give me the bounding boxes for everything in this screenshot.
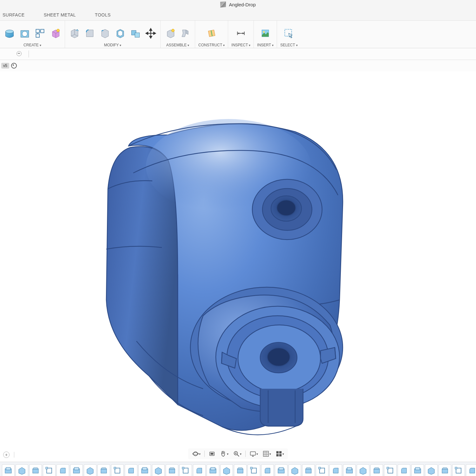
ribbon-create-label[interactable]: CREATE (23, 43, 41, 47)
svg-rect-76 (250, 467, 252, 469)
timeline-feature[interactable] (43, 464, 56, 476)
timeline-feature[interactable] (425, 464, 438, 476)
timeline-feature[interactable] (234, 464, 247, 476)
svg-point-36 (194, 452, 198, 456)
model-canvas[interactable] (0, 71, 476, 462)
construct-plane-icon[interactable] (205, 27, 218, 40)
svg-point-16 (172, 29, 175, 32)
svg-rect-69 (169, 469, 175, 473)
ribbon-select-group: SELECT (277, 21, 301, 48)
tab-sheet-metal[interactable]: SHEET METAL (44, 12, 76, 17)
timeline-add-button-area: + (3, 452, 17, 458)
timeline-feature[interactable] (343, 464, 356, 476)
timeline-feature[interactable] (29, 464, 42, 476)
nav-grid-icon[interactable]: ▾ (261, 450, 272, 458)
timeline-feature[interactable] (411, 464, 424, 476)
select-window-icon[interactable] (282, 27, 295, 40)
tab-surface[interactable]: SURFACE (3, 12, 25, 17)
svg-rect-91 (455, 467, 457, 469)
timeline-feature[interactable] (370, 464, 383, 476)
timeline-feature[interactable] (2, 464, 15, 476)
svg-point-1 (22, 31, 27, 36)
timeline-feature[interactable] (70, 464, 83, 476)
insert-decal-icon[interactable] (259, 27, 272, 40)
svg-rect-3 (41, 29, 44, 33)
workspace-tabs: SURFACE SHEET METAL TOOLS (0, 10, 476, 20)
browser-collapse[interactable] (1, 51, 26, 57)
tab-tools[interactable]: TOOLS (95, 12, 111, 17)
document-title: Angled-Drop (229, 2, 256, 7)
timeline-feature[interactable] (439, 464, 451, 476)
svg-rect-81 (319, 467, 321, 469)
timeline-feature[interactable] (275, 464, 288, 476)
nav-zoom-icon[interactable]: ▾ (232, 450, 243, 458)
viewport-3d[interactable]: + ▾ ▾ ▾ ▾ ▾ ▾ (0, 71, 476, 462)
svg-marker-13 (149, 36, 152, 38)
nav-orbit-icon[interactable]: ▾ (191, 450, 202, 458)
ribbon-insert-label[interactable]: INSERT (257, 43, 274, 47)
timeline-feature[interactable] (384, 464, 397, 476)
timeline-feature[interactable] (56, 464, 69, 476)
assemble-newcomponent-icon[interactable] (164, 27, 176, 40)
document-titlebar: Angled-Drop (0, 0, 476, 10)
timeline-feature[interactable] (302, 464, 315, 476)
create-revolve-icon[interactable] (18, 27, 31, 40)
svg-rect-48 (263, 451, 269, 457)
active-component-radio[interactable] (11, 63, 17, 69)
timeline-feature[interactable] (220, 464, 233, 476)
timeline-feature[interactable] (288, 464, 301, 476)
svg-rect-61 (46, 467, 48, 469)
assemble-joint-icon[interactable] (179, 27, 192, 40)
create-box-icon[interactable] (49, 27, 62, 40)
svg-rect-58 (6, 467, 10, 470)
modify-press-pull-icon[interactable] (68, 27, 81, 40)
timeline-feature[interactable] (193, 464, 206, 476)
timeline-feature[interactable] (261, 464, 274, 476)
ribbon-modify-label[interactable]: MODIFY (104, 43, 122, 47)
svg-rect-45 (250, 452, 256, 455)
timeline-feature[interactable] (316, 464, 328, 476)
svg-rect-55 (276, 454, 279, 456)
ribbon-assemble-label[interactable]: ASSEMBLE (166, 43, 189, 47)
timeline-feature[interactable] (16, 464, 28, 476)
inspect-measure-icon[interactable] (235, 27, 247, 40)
timeline[interactable] (0, 462, 476, 476)
nav-toolbar: ▾ ▾ ▾ ▾ ▾ ▾ (188, 448, 288, 459)
modify-combine-icon[interactable] (129, 27, 142, 40)
timeline-feature[interactable] (125, 464, 137, 476)
create-extrude-icon[interactable] (3, 27, 16, 40)
timeline-feature[interactable] (398, 464, 410, 476)
svg-marker-14 (146, 32, 148, 34)
timeline-feature[interactable] (138, 464, 151, 476)
timeline-feature[interactable] (452, 464, 465, 476)
timeline-feature[interactable] (152, 464, 165, 476)
modify-fillet-icon[interactable] (83, 27, 96, 40)
timeline-feature[interactable] (111, 464, 124, 476)
svg-rect-2 (36, 29, 39, 33)
timeline-feature[interactable] (84, 464, 96, 476)
timeline-feature[interactable] (357, 464, 369, 476)
timeline-feature[interactable] (248, 464, 260, 476)
svg-rect-73 (211, 467, 215, 470)
timeline-feature[interactable] (466, 464, 476, 476)
timeline-add-icon[interactable]: + (3, 452, 10, 458)
timeline-feature[interactable] (166, 464, 178, 476)
ribbon-insert-group: INSERT (254, 21, 277, 48)
timeline-feature[interactable] (97, 464, 110, 476)
timeline-feature[interactable] (207, 464, 219, 476)
nav-lookat-icon[interactable] (207, 450, 217, 458)
timeline-feature[interactable] (179, 464, 192, 476)
modify-shell-icon[interactable] (114, 27, 127, 40)
ribbon-select-label[interactable]: SELECT (280, 43, 298, 47)
nav-viewports-icon[interactable]: ▾ (274, 450, 285, 458)
modify-move-icon[interactable] (144, 27, 157, 40)
ribbon-construct-label[interactable]: CONSTRUCT (198, 43, 225, 47)
nav-pan-icon[interactable]: ▾ (219, 450, 230, 458)
timeline-feature[interactable] (329, 464, 342, 476)
modify-chamfer-icon[interactable] (99, 27, 111, 40)
version-badge[interactable]: v5 (1, 63, 9, 69)
create-pattern-icon[interactable] (34, 27, 46, 40)
ribbon-inspect-label[interactable]: INSPECT (231, 43, 250, 47)
ribbon-construct-group: CONSTRUCT (195, 21, 228, 48)
nav-display-icon[interactable]: ▾ (248, 450, 259, 458)
